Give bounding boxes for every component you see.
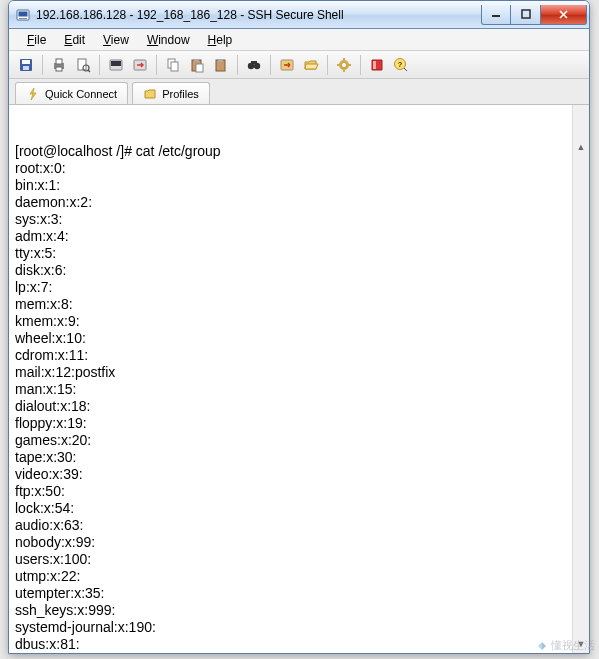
save-button[interactable] (15, 54, 37, 76)
profiles-button[interactable] (300, 54, 322, 76)
svg-rect-15 (111, 61, 121, 66)
svg-rect-9 (56, 59, 62, 64)
save-icon (18, 57, 34, 73)
separator (270, 55, 271, 75)
print-button[interactable] (48, 54, 70, 76)
new-terminal-button[interactable] (105, 54, 127, 76)
profiles-label: Profiles (162, 88, 199, 100)
scroll-track[interactable] (573, 122, 589, 636)
book-icon (369, 57, 385, 73)
tabbar: Quick Connect Profiles (9, 79, 589, 105)
folder-icon (143, 87, 157, 101)
separator (360, 55, 361, 75)
log-session-button[interactable] (366, 54, 388, 76)
svg-rect-18 (171, 62, 178, 71)
window-controls (481, 5, 587, 25)
vertical-scrollbar[interactable]: ▲ ▼ (572, 105, 589, 653)
scroll-down-button[interactable]: ▼ (573, 636, 589, 653)
binoculars-icon (246, 57, 262, 73)
print-preview-icon (75, 57, 91, 73)
help-icon: ? (393, 57, 409, 73)
gear-icon (336, 57, 352, 73)
paste-selection-icon (213, 57, 229, 73)
maximize-button[interactable] (511, 5, 541, 25)
menubar: File Edit View Window Help (9, 29, 589, 51)
profiles-tab[interactable]: Profiles (132, 82, 210, 104)
copy-icon (165, 57, 181, 73)
print-icon (51, 57, 67, 73)
new-file-transfer-button[interactable] (129, 54, 151, 76)
app-window: 192.168.186.128 - 192_168_186_128 - SSH … (8, 0, 590, 654)
toolbar: ? (9, 51, 589, 79)
menu-edit[interactable]: Edit (56, 31, 93, 49)
window-title: 192.168.186.128 - 192_168_186_128 - SSH … (36, 8, 481, 22)
svg-rect-10 (56, 67, 62, 71)
quick-connect-label: Quick Connect (45, 88, 117, 100)
svg-rect-21 (196, 64, 203, 72)
paste-selection-button[interactable] (210, 54, 232, 76)
separator (156, 55, 157, 75)
folder-open-icon (303, 57, 319, 73)
close-button[interactable] (541, 5, 587, 25)
svg-text:?: ? (398, 60, 403, 69)
settings-button[interactable] (333, 54, 355, 76)
svg-rect-26 (251, 61, 257, 64)
menu-view[interactable]: View (95, 31, 137, 49)
separator (327, 55, 328, 75)
paste-button[interactable] (186, 54, 208, 76)
svg-rect-23 (218, 59, 223, 62)
svg-rect-34 (373, 61, 376, 69)
disconnect-icon (279, 57, 295, 73)
terminal-content: [root@localhost /]# cat /etc/group root:… (15, 143, 583, 653)
svg-point-29 (342, 63, 346, 67)
terminal-viewport[interactable]: [root@localhost /]# cat /etc/group root:… (9, 105, 589, 653)
file-transfer-icon (132, 57, 148, 73)
svg-rect-7 (23, 66, 29, 70)
copy-button[interactable] (162, 54, 184, 76)
paste-icon (189, 57, 205, 73)
menu-help[interactable]: Help (200, 31, 241, 49)
terminal-icon (108, 57, 124, 73)
svg-rect-20 (194, 59, 199, 62)
find-button[interactable] (243, 54, 265, 76)
separator (42, 55, 43, 75)
svg-rect-11 (78, 59, 86, 70)
menu-window[interactable]: Window (139, 31, 198, 49)
minimize-button[interactable] (481, 5, 511, 25)
disconnect-button[interactable] (276, 54, 298, 76)
svg-rect-1 (19, 11, 28, 16)
svg-rect-2 (19, 18, 27, 19)
quick-connect-tab[interactable]: Quick Connect (15, 82, 128, 104)
menu-file[interactable]: File (19, 31, 54, 49)
svg-rect-6 (22, 60, 30, 64)
app-icon (15, 7, 31, 23)
svg-rect-3 (492, 15, 500, 17)
separator (237, 55, 238, 75)
titlebar: 192.168.186.128 - 192_168_186_128 - SSH … (9, 1, 589, 29)
print-preview-button[interactable] (72, 54, 94, 76)
help-button[interactable]: ? (390, 54, 412, 76)
separator (99, 55, 100, 75)
lightning-icon (26, 87, 40, 101)
svg-line-13 (88, 70, 90, 72)
svg-rect-4 (522, 10, 530, 18)
